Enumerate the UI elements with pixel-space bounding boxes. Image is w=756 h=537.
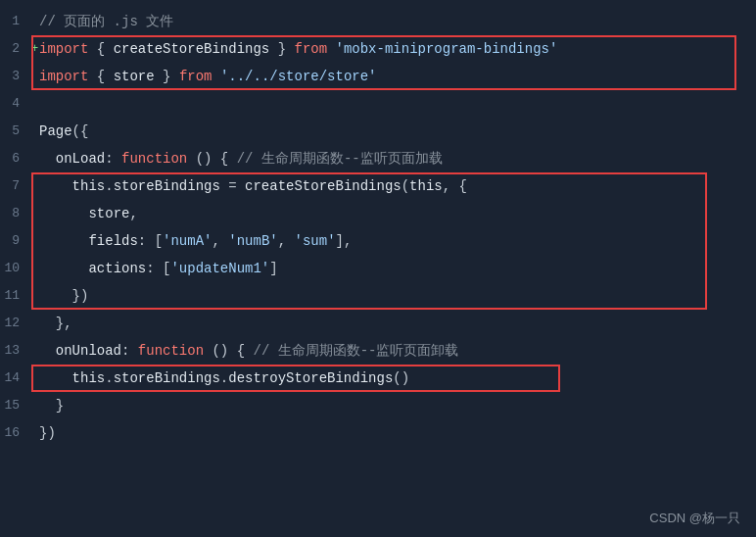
token-white: this	[409, 178, 443, 194]
token-plain	[39, 206, 88, 221]
line-content: onLoad: function () { // 生命周期函数--监听页面加载	[31, 145, 756, 172]
token-plain: () {	[187, 151, 236, 167]
token-plain: ],	[336, 233, 353, 249]
line-content: this.storeBindings = createStoreBindings…	[31, 172, 756, 200]
token-comment: // 生命周期函数--监听页面卸载	[253, 343, 458, 359]
token-kw-import: function	[138, 343, 204, 359]
token-plain: }	[39, 398, 64, 414]
line-number: 7	[0, 172, 31, 200]
token-plain: })	[39, 425, 56, 441]
line-content: })	[31, 419, 756, 447]
line-number: 3	[0, 63, 31, 90]
token-plain: .	[105, 370, 113, 386]
token-kw-from: from	[179, 69, 213, 84]
code-line: 3import { store } from '../../store/stor…	[0, 63, 756, 90]
line-number: 6	[0, 145, 31, 172]
line-number: 15	[0, 392, 31, 419]
line-number: 2	[0, 35, 31, 63]
line-number: 10	[0, 255, 31, 282]
token-plain	[39, 261, 88, 276]
token-str: 'numA'	[163, 233, 212, 249]
line-number: 8	[0, 200, 31, 227]
token-plain: , {	[443, 178, 467, 194]
line-number: 12	[0, 310, 31, 337]
line-content: Page({	[31, 118, 756, 145]
token-white: Page	[39, 123, 72, 139]
token-kw-import: function	[121, 151, 187, 167]
line-content: onUnload: function () { // 生命周期函数--监听页面卸…	[31, 337, 756, 365]
code-line: 16})	[0, 419, 756, 447]
line-content: import { createStoreBindings } from 'mob…	[31, 35, 756, 63]
code-line: 12 },	[0, 310, 756, 337]
token-plain: ,	[278, 233, 295, 249]
token-plain: =	[220, 178, 245, 194]
token-white: createStoreBindings	[114, 41, 270, 57]
token-plain: :	[121, 343, 138, 359]
token-plain	[39, 370, 72, 386]
code-line: 10 actions: ['updateNum1']	[0, 255, 756, 282]
token-plain: .	[220, 370, 228, 386]
plus-icon: +	[31, 35, 38, 63]
token-plain: .	[105, 178, 113, 194]
token-plain	[39, 343, 56, 359]
line-number: 1	[0, 8, 31, 35]
token-plain: :	[105, 151, 121, 167]
line-number: 9	[0, 227, 31, 255]
code-line: 6 onLoad: function () { // 生命周期函数--监听页面加…	[0, 145, 756, 172]
token-kw-from: from	[295, 41, 328, 57]
code-line: 4	[0, 90, 756, 118]
token-white: store	[88, 206, 129, 221]
token-plain	[39, 178, 72, 194]
token-plain	[39, 233, 88, 249]
token-kw-import: import	[39, 41, 88, 57]
token-str: '../../store/store'	[220, 69, 377, 84]
token-plain: : [	[138, 233, 163, 249]
token-plain: }	[269, 41, 294, 57]
line-content: import { store } from '../../store/store…	[31, 63, 756, 90]
token-comment: // 生命周期函数--监听页面加载	[237, 151, 443, 167]
token-plain: ,	[129, 206, 137, 221]
token-str: 'updateNum1'	[170, 261, 269, 276]
code-line: 11 })	[0, 282, 756, 310]
token-white: store	[114, 69, 155, 84]
line-content: actions: ['updateNum1']	[31, 255, 756, 282]
code-line: 13 onUnload: function () { // 生命周期函数--监听…	[0, 337, 756, 365]
code-line: 7 this.storeBindings = createStoreBindin…	[0, 172, 756, 200]
token-plain: ,	[212, 233, 228, 249]
line-content: // 页面的 .js 文件	[31, 8, 756, 35]
code-line: 9 fields: ['numA', 'numB', 'sum'],	[0, 227, 756, 255]
token-white: storeBindings	[114, 370, 220, 386]
token-str: 'mobx-miniprogram-bindings'	[336, 41, 558, 57]
code-line: 1// 页面的 .js 文件	[0, 8, 756, 35]
token-plain: ]	[269, 261, 277, 276]
token-plain: (	[402, 178, 409, 194]
token-white: this	[72, 370, 106, 386]
line-content: store,	[31, 200, 756, 227]
line-number: 4	[0, 90, 31, 118]
line-number: 16	[0, 419, 31, 447]
token-plain	[327, 41, 335, 57]
token-comment: // 页面的 .js 文件	[39, 14, 173, 29]
token-plain: : [	[146, 261, 170, 276]
token-str: 'sum'	[295, 233, 336, 249]
line-number: 13	[0, 337, 31, 365]
watermark: CSDN @杨一只	[649, 510, 740, 527]
line-content: })	[31, 282, 756, 310]
line-number: 11	[0, 282, 31, 310]
code-line: 14 this.storeBindings.destroyStoreBindin…	[0, 365, 756, 392]
line-content: },	[31, 310, 756, 337]
code-line: 15 }	[0, 392, 756, 419]
token-plain: }	[155, 69, 179, 84]
token-plain: })	[39, 288, 88, 304]
token-str: 'numB'	[228, 233, 277, 249]
code-line: 5Page({	[0, 118, 756, 145]
token-white: createStoreBindings	[245, 178, 402, 194]
line-content: this.storeBindings.destroyStoreBindings(…	[31, 365, 756, 392]
line-number: 5	[0, 118, 31, 145]
token-white: destroyStoreBindings	[228, 370, 393, 386]
token-plain: {	[88, 41, 113, 57]
code-editor: 1// 页面的 .js 文件2import { createStoreBindi…	[0, 0, 756, 537]
token-kw-import: import	[39, 69, 88, 84]
line-number: 14	[0, 365, 31, 392]
token-white: actions	[88, 261, 146, 276]
